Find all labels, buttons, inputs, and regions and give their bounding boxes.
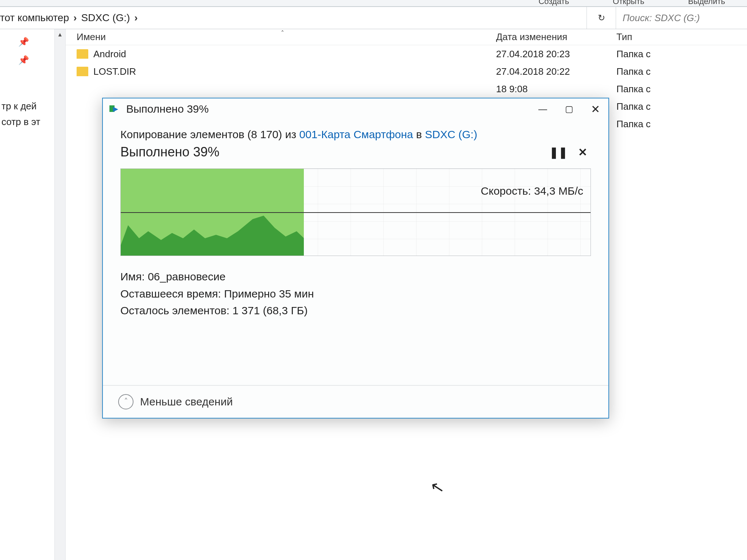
dialog-body: Копирование элементов (8 170) из 001-Кар… [103,120,608,385]
copy-progress-dialog: Выполнено 39% — ▢ ✕ Копирование элементо… [102,98,609,419]
speed-label: Скорость: 34,3 МБ/с [481,185,583,197]
dialog-titlebar[interactable]: Выполнено 39% — ▢ ✕ [103,98,608,120]
ribbon-group-labels: Создать Открыть Выделить [0,0,747,7]
file-name: Android [93,48,496,60]
breadcrumb-separator-icon: › [73,12,77,24]
copy-description-prefix: Копирование элементов (8 170) из [120,128,299,140]
minimize-button[interactable]: — [530,100,556,118]
refresh-icon: ↻ [598,13,605,23]
address-bar: тот компьютер › SDXC (G:) › ↻ [0,7,747,29]
close-button[interactable]: ✕ [582,100,608,118]
search-box[interactable] [616,7,747,29]
minimize-icon: — [538,104,547,114]
ribbon-label-create: Создать [538,0,569,6]
copy-description-mid: в [413,128,425,140]
file-date: 27.04.2018 20:22 [496,66,616,77]
speed-graph-midline [121,212,591,213]
sort-asc-icon: ˄ [281,29,284,37]
detail-left-label: Осталось элементов: [120,304,229,316]
cancel-icon: ✕ [578,146,587,159]
detail-name-value: 06_равновесие [148,271,225,283]
cancel-button[interactable]: ✕ [574,144,591,160]
column-header-date[interactable]: Дата изменения [496,31,616,43]
breadcrumb[interactable]: тот компьютер › SDXC (G:) › [0,7,587,29]
nav-scrollbar[interactable]: ▲ [54,29,65,560]
detail-time-value: Примерно 35 мин [224,288,314,300]
folder-icon [77,49,88,59]
file-type: Папка с [616,83,747,95]
speed-graph: Скорость: 34,3 МБ/с [120,168,591,256]
folder-icon [77,67,88,76]
detail-time-row: Оставшееся время: Примерно 35 мин [120,285,591,303]
file-row[interactable]: Android 27.04.2018 20:23 Папка с [66,45,747,63]
detail-left-value: 1 371 (68,3 ГБ) [232,304,307,316]
file-type: Папка с [616,66,747,77]
dialog-footer: ˄ Меньше сведений [103,385,608,418]
pin-icon: 📌 [18,37,29,47]
breadcrumb-seg-computer[interactable]: тот компьютер [0,12,69,24]
progress-line: Выполнено 39% ❚❚ ✕ [120,144,591,160]
file-row[interactable]: 18 9:08 Папка с [66,80,747,98]
copy-operation-icon [109,104,121,114]
maximize-button[interactable]: ▢ [556,100,582,118]
file-type: Папка с [616,118,747,130]
chevron-up-icon: ˄ [124,397,128,407]
file-name: LOST.DIR [93,66,496,77]
nav-pane: 📌 📌 тр к дей сотр в эт ▲ [0,29,66,560]
less-info-toggle[interactable]: ˄ [118,394,133,409]
file-row[interactable]: LOST.DIR 27.04.2018 20:22 Папка с [66,63,747,80]
copy-destination-link[interactable]: SDXC (G:) [425,128,477,140]
speed-graph-wave-icon [121,212,304,256]
file-type: Папка с [616,48,747,60]
detail-name-label: Имя: [120,271,145,283]
column-header-name[interactable]: ˄ Имени [66,31,496,43]
column-headers: ˄ Имени Дата изменения Тип [66,29,747,45]
dialog-title: Выполнено 39% [126,103,209,115]
pause-icon: ❚❚ [549,146,568,159]
file-type: Папка с [616,101,747,112]
scroll-up-icon[interactable]: ▲ [55,29,65,40]
progress-percent-text: Выполнено 39% [120,144,219,160]
breadcrumb-seg-drive[interactable]: SDXC (G:) [81,12,130,24]
column-header-type[interactable]: Тип [616,31,747,43]
copy-description: Копирование элементов (8 170) из 001-Кар… [120,128,591,141]
detail-time-label: Оставшееся время: [120,288,221,300]
file-date: 27.04.2018 20:23 [496,48,616,60]
pause-button[interactable]: ❚❚ [550,144,567,160]
pin-icon: 📌 [18,55,29,65]
breadcrumb-separator-icon: › [134,12,138,24]
detail-name-row: Имя: 06_равновесие [120,268,591,285]
refresh-button[interactable]: ↻ [587,7,616,29]
close-icon: ✕ [591,103,600,116]
less-info-label[interactable]: Меньше сведений [140,396,233,408]
ribbon-label-open: Открыть [613,0,644,6]
ribbon-label-select: Выделить [688,0,725,6]
copy-details: Имя: 06_равновесие Оставшееся время: При… [120,268,591,319]
maximize-icon: ▢ [565,104,573,114]
search-input[interactable] [623,12,747,24]
column-header-name-label: Имени [77,31,106,42]
copy-source-link[interactable]: 001-Карта Смартфона [299,128,413,140]
detail-left-row: Осталось элементов: 1 371 (68,3 ГБ) [120,302,591,319]
file-date: 18 9:08 [496,83,616,95]
